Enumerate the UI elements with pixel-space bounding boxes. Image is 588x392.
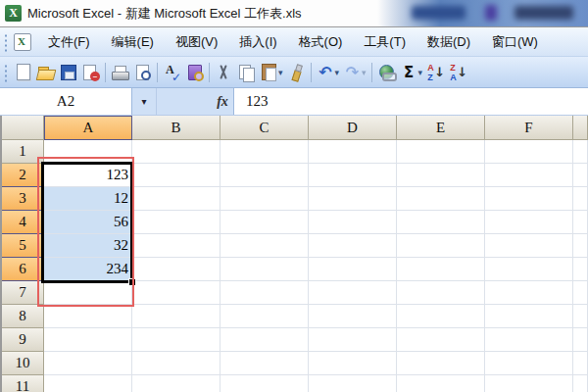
- cell-C10[interactable]: [220, 352, 309, 375]
- cell-A10[interactable]: [44, 352, 132, 375]
- open-icon[interactable]: [34, 62, 57, 83]
- row-header-8[interactable]: 8: [2, 305, 44, 328]
- spelling-icon[interactable]: [161, 62, 183, 83]
- row-header-5[interactable]: 5: [2, 234, 44, 258]
- cell-E6[interactable]: [397, 258, 485, 281]
- paste-icon[interactable]: [258, 62, 280, 83]
- menu-item-5[interactable]: 格式(O): [288, 29, 354, 55]
- cell-F6[interactable]: [485, 258, 573, 281]
- cell-B9[interactable]: [132, 328, 220, 352]
- cell-E5[interactable]: [397, 234, 485, 258]
- column-header-A[interactable]: A: [44, 116, 132, 140]
- cell-C9[interactable]: [220, 328, 309, 352]
- row-header-7[interactable]: 7: [2, 281, 44, 305]
- menu-item-8[interactable]: 窗口(W): [481, 29, 549, 55]
- cell-E3[interactable]: [397, 187, 485, 211]
- cell-A7[interactable]: [44, 281, 132, 305]
- cell-D1[interactable]: [309, 140, 397, 164]
- cell-A11[interactable]: [44, 375, 132, 392]
- print-icon[interactable]: [109, 62, 131, 83]
- cell-B3[interactable]: [132, 187, 220, 211]
- cell-C2[interactable]: [220, 164, 309, 187]
- cell-E2[interactable]: [397, 164, 485, 187]
- column-header-E[interactable]: E: [397, 116, 485, 140]
- permission-icon[interactable]: [79, 62, 102, 83]
- cell-D11[interactable]: [309, 375, 397, 392]
- cell-G10-partial[interactable]: [573, 352, 588, 375]
- cell-C11[interactable]: [220, 375, 309, 392]
- cell-G1-partial[interactable]: [573, 140, 588, 164]
- fill-handle[interactable]: [128, 278, 136, 286]
- cell-A4[interactable]: 56: [44, 211, 132, 234]
- print-preview-icon[interactable]: [131, 62, 154, 83]
- cell-D7[interactable]: [309, 281, 397, 305]
- cell-D8[interactable]: [309, 305, 397, 328]
- row-header-2[interactable]: 2: [2, 164, 44, 187]
- cell-F8[interactable]: [485, 305, 573, 328]
- cell-D3[interactable]: [309, 187, 397, 211]
- toolbar-grip-handle[interactable]: [4, 63, 8, 82]
- insert-function-icon[interactable]: fx: [212, 88, 233, 115]
- cell-A3[interactable]: 12: [44, 187, 132, 211]
- menu-item-1[interactable]: 文件(F): [37, 29, 101, 55]
- cell-E8[interactable]: [397, 305, 485, 328]
- row-header-10[interactable]: 10: [2, 352, 44, 375]
- cell-G5-partial[interactable]: [573, 234, 588, 258]
- cell-E9[interactable]: [397, 328, 485, 352]
- cell-A2[interactable]: 123: [44, 164, 132, 187]
- cell-B6[interactable]: [132, 258, 220, 281]
- cell-C7[interactable]: [220, 281, 309, 305]
- cell-A1[interactable]: [44, 140, 132, 164]
- cell-G3-partial[interactable]: [573, 187, 588, 211]
- cell-F1[interactable]: [485, 140, 573, 164]
- autosum-icon[interactable]: Σ: [398, 62, 420, 83]
- row-header-1[interactable]: 1: [2, 140, 44, 164]
- cell-E11[interactable]: [397, 375, 485, 392]
- cell-G4-partial[interactable]: [573, 211, 588, 234]
- copy-icon[interactable]: [235, 62, 258, 83]
- cell-A9[interactable]: [44, 328, 132, 352]
- cell-E7[interactable]: [397, 281, 485, 305]
- column-header-C[interactable]: C: [220, 116, 309, 140]
- cell-E1[interactable]: [397, 140, 485, 164]
- menu-grip-handle[interactable]: [4, 32, 8, 52]
- cell-A5[interactable]: 32: [44, 234, 132, 258]
- cell-C3[interactable]: [220, 187, 309, 211]
- cell-B11[interactable]: [132, 375, 220, 392]
- cell-F9[interactable]: [485, 328, 573, 352]
- cell-B1[interactable]: [132, 140, 220, 164]
- menu-item-2[interactable]: 编辑(E): [101, 29, 165, 55]
- cell-F4[interactable]: [485, 211, 573, 234]
- cell-B7[interactable]: [132, 281, 220, 305]
- research-icon[interactable]: [183, 62, 206, 83]
- cell-F10[interactable]: [485, 352, 573, 375]
- name-box[interactable]: A2: [0, 88, 132, 115]
- row-header-3[interactable]: 3: [2, 187, 44, 211]
- row-header-4[interactable]: 4: [2, 211, 44, 234]
- hyperlink-icon[interactable]: [375, 62, 398, 83]
- cell-E10[interactable]: [397, 352, 485, 375]
- formula-input[interactable]: 123: [233, 88, 588, 115]
- cell-G6-partial[interactable]: [573, 258, 588, 281]
- column-header-G-partial[interactable]: [573, 116, 588, 140]
- row-header-11[interactable]: 11: [2, 375, 44, 392]
- column-header-F[interactable]: F: [485, 116, 573, 140]
- cell-D4[interactable]: [309, 211, 397, 234]
- cell-B10[interactable]: [132, 352, 220, 375]
- cell-F11[interactable]: [485, 375, 573, 392]
- cell-B4[interactable]: [132, 211, 220, 234]
- new-icon[interactable]: [12, 62, 34, 83]
- cell-C4[interactable]: [220, 211, 309, 234]
- cell-D9[interactable]: [309, 328, 397, 352]
- menu-item-6[interactable]: 工具(T): [353, 29, 416, 55]
- cell-C8[interactable]: [220, 305, 309, 328]
- cell-E4[interactable]: [397, 211, 485, 234]
- save-icon[interactable]: [57, 62, 79, 83]
- cell-A8[interactable]: [44, 305, 132, 328]
- cell-B8[interactable]: [132, 305, 220, 328]
- cell-F5[interactable]: [485, 234, 573, 258]
- cell-F7[interactable]: [485, 281, 573, 305]
- cell-C5[interactable]: [220, 234, 309, 258]
- cell-G8-partial[interactable]: [573, 305, 588, 328]
- row-header-9[interactable]: 9: [2, 328, 44, 352]
